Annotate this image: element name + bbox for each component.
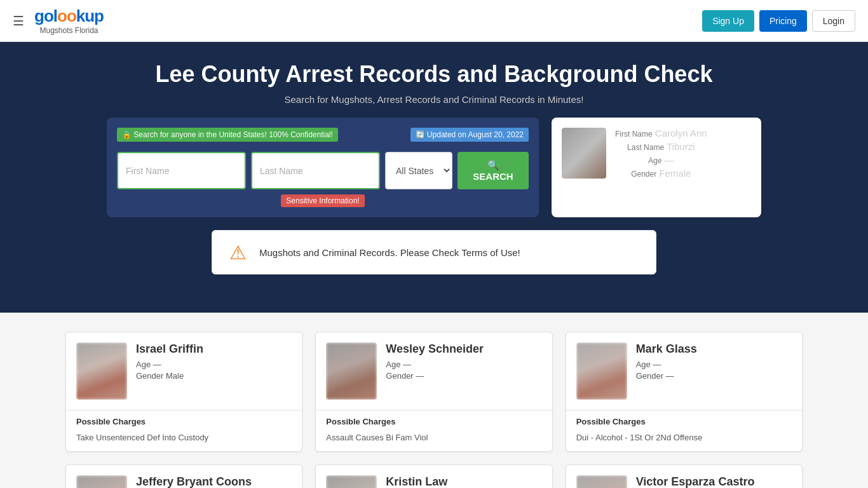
sensitive-label: Sensitive Information! xyxy=(281,194,364,207)
mugshot-1 xyxy=(326,342,377,400)
mugshot-3 xyxy=(76,475,127,488)
mugshot-4 xyxy=(326,475,377,488)
record-name: Jeffery Bryant Coons xyxy=(136,475,292,488)
search-button[interactable]: 🔍 SEARCH xyxy=(458,152,529,189)
featured-lastname-value: Tiburzi xyxy=(667,141,695,152)
first-name-input[interactable] xyxy=(117,152,246,189)
mugshot-image xyxy=(326,475,377,488)
featured-info: First Name Carolyn Ann Last Name Tiburzi… xyxy=(615,128,707,181)
record-gender: Gender — xyxy=(386,371,541,381)
login-button[interactable]: Login xyxy=(812,10,855,32)
record-name: Kristin Law xyxy=(386,475,541,488)
header-left: ☰ golookup Mugshots Florida xyxy=(13,6,104,35)
record-gender: Gender Male xyxy=(136,371,292,381)
hamburger-menu[interactable]: ☰ xyxy=(13,13,24,29)
search-notice: 🔒 Search for anyone in the United States… xyxy=(117,128,338,142)
mugshot-0 xyxy=(76,342,127,400)
record-card[interactable]: Jeffery Bryant Coons Age 67 Gender — Pos… xyxy=(65,464,302,488)
charge-item: Dui - Alcohol - 1St Or 2Nd Offense xyxy=(576,430,792,445)
record-age: Age — xyxy=(636,360,792,369)
main-content: Israel Griffin Age — Gender Male Possibl… xyxy=(53,332,815,488)
record-name: Wesley Schneider xyxy=(386,342,541,356)
charge-item: Take Unsentenced Def Into Custody xyxy=(76,430,292,445)
featured-age-label: Age xyxy=(648,156,661,165)
signup-button[interactable]: Sign Up xyxy=(702,10,754,32)
record-card[interactable]: Victor Esparza Castro Age — Gender — Pos… xyxy=(566,464,803,488)
record-age: Age — xyxy=(386,360,541,369)
record-info: Israel Griffin Age — Gender Male xyxy=(136,342,292,383)
featured-firstname-label: First Name xyxy=(615,130,653,139)
hero-section: Lee County Arrest Records and Background… xyxy=(0,42,868,313)
record-info: Kristin Law Age — Gender — xyxy=(386,475,541,488)
search-box: 🔒 Search for anyone in the United States… xyxy=(107,118,539,217)
last-name-input[interactable] xyxy=(251,152,380,189)
record-gender: Gender — xyxy=(636,371,792,381)
header-nav: Sign Up Pricing Login xyxy=(702,10,855,32)
mugshot-image xyxy=(576,475,627,488)
record-top: Mark Glass Age — Gender — xyxy=(566,332,802,410)
record-info: Wesley Schneider Age — Gender — xyxy=(386,342,541,383)
record-name: Mark Glass xyxy=(636,342,792,356)
featured-firstname-value: Carolyn Ann xyxy=(655,128,707,139)
record-info: Mark Glass Age — Gender — xyxy=(636,342,792,383)
record-info: Victor Esparza Castro Age — Gender — xyxy=(636,475,792,488)
record-card[interactable]: Wesley Schneider Age — Gender — Possible… xyxy=(315,332,552,452)
mugshot-5 xyxy=(576,475,627,488)
search-updated: 🔄 Updated on August 20, 2022 xyxy=(410,128,529,142)
charges-section: Possible Charges Take Unsentenced Def In… xyxy=(66,410,302,451)
featured-gender-value: Female xyxy=(659,168,691,179)
record-top: Israel Griffin Age — Gender Male xyxy=(66,332,302,410)
state-select[interactable]: All States Alabama Florida Georgia xyxy=(385,152,452,189)
charges-section: Possible Charges Dui - Alcohol - 1St Or … xyxy=(566,410,802,451)
mugshot-image xyxy=(576,342,627,400)
record-top: Wesley Schneider Age — Gender — xyxy=(316,332,552,410)
hero-subtitle: Search for Mugshots, Arrest Records and … xyxy=(13,94,855,105)
record-card[interactable]: Mark Glass Age — Gender — Possible Charg… xyxy=(566,332,803,452)
logo-subtitle: Mugshots Florida xyxy=(39,26,98,35)
featured-card: First Name Carolyn Ann Last Name Tiburzi… xyxy=(552,118,761,217)
alert-bar: ⚠ Mugshots and Criminal Records. Please … xyxy=(212,230,656,274)
featured-lastname-label: Last Name xyxy=(627,143,664,152)
record-top: Kristin Law Age — Gender — xyxy=(316,465,552,488)
charges-label: Possible Charges xyxy=(576,417,792,426)
charges-label: Possible Charges xyxy=(326,417,541,426)
site-header: ☰ golookup Mugshots Florida Sign Up Pric… xyxy=(0,0,868,42)
featured-age-value: — xyxy=(665,154,674,165)
mugshot-2 xyxy=(576,342,627,400)
record-age: Age — xyxy=(136,360,292,369)
search-inputs: All States Alabama Florida Georgia 🔍 SEA… xyxy=(117,152,529,189)
logo-text: golookup xyxy=(34,6,104,26)
records-grid: Israel Griffin Age — Gender Male Possibl… xyxy=(65,332,803,488)
search-container: 🔒 Search for anyone in the United States… xyxy=(13,118,855,217)
page-title: Lee County Arrest Records and Background… xyxy=(13,61,855,88)
record-card[interactable]: Kristin Law Age — Gender — Possible Char… xyxy=(315,464,552,488)
record-name: Israel Griffin xyxy=(136,342,292,356)
record-name: Victor Esparza Castro xyxy=(636,475,792,488)
featured-gender-label: Gender xyxy=(631,170,656,179)
record-card[interactable]: Israel Griffin Age — Gender Male Possibl… xyxy=(65,332,302,452)
charges-section: Possible Charges Assault Causes Bi Fam V… xyxy=(316,410,552,451)
mugshot-image xyxy=(76,342,127,400)
alert-text: Mugshots and Criminal Records. Please Ch… xyxy=(259,247,520,258)
pricing-button[interactable]: Pricing xyxy=(759,10,807,32)
record-info: Jeffery Bryant Coons Age 67 Gender — xyxy=(136,475,292,488)
charge-item: Assault Causes Bi Fam Viol xyxy=(326,430,541,445)
mugshot-image xyxy=(76,475,127,488)
record-top: Victor Esparza Castro Age — Gender — xyxy=(566,465,802,488)
warning-icon: ⚠ xyxy=(225,240,250,265)
record-top: Jeffery Bryant Coons Age 67 Gender — xyxy=(66,465,302,488)
featured-avatar xyxy=(562,128,606,179)
mugshot-image xyxy=(326,342,377,400)
charges-label: Possible Charges xyxy=(76,417,292,426)
site-logo[interactable]: golookup Mugshots Florida xyxy=(34,6,104,35)
